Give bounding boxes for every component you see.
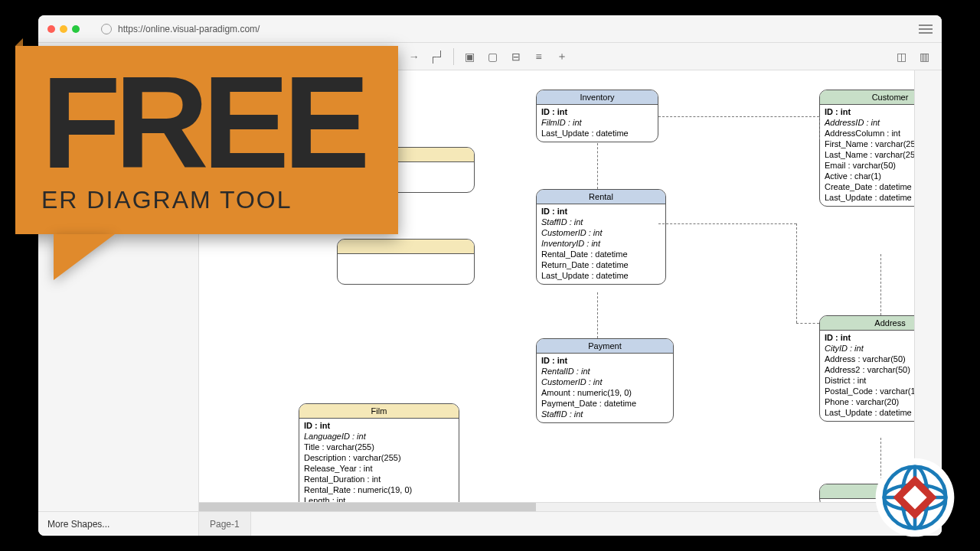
copy-icon[interactable]: ⧉ [247,47,266,67]
entity-column[interactable]: ID : int [541,355,668,366]
entity-column[interactable]: Postal_Code : varchar(10) [825,386,914,396]
entity-column[interactable]: Last_Update : datetime [541,128,653,139]
entity-column[interactable]: Last_Update : datetime [825,192,914,203]
distribute-icon[interactable]: ≡ [529,47,549,67]
canvas[interactable]: Inventory ID : intFilmID : intLast_Updat… [199,70,914,511]
more-shapes-button[interactable]: More Shapes... [38,512,199,536]
entity-customer[interactable]: Customer ID : intAddressID : intAddressC… [819,90,914,207]
zoom-dropdown-icon[interactable]: ▾ [191,47,211,67]
connector[interactable] [658,116,819,117]
entity-column[interactable]: Rental_Rate : numeric(19, 0) [304,484,454,495]
save-icon[interactable] [46,47,66,67]
entity-column[interactable]: AddressColumn : int [825,128,914,139]
align-icon[interactable]: ⊟ [506,47,526,67]
connector[interactable] [819,116,820,139]
connector[interactable] [880,254,881,315]
entity-column[interactable]: Address : varchar(50) [825,354,914,364]
entity-film[interactable]: Film ID : intLanguageID : intTitle : var… [299,403,459,510]
entity-column[interactable]: ID : int [541,206,661,217]
fill-color-icon[interactable]: ◆ [325,47,345,67]
address-bar[interactable]: https://online.visual-paradigm.com/ [101,24,913,34]
connector-icon[interactable]: → [404,47,424,67]
app-window: https://online.visual-paradigm.com/ ↶ ↷ … [38,15,942,536]
maximize-icon[interactable] [72,25,80,33]
close-icon[interactable] [47,25,55,33]
entity-icon [47,135,60,145]
entity-column[interactable]: Title : varchar(255) [304,442,454,452]
connector[interactable] [597,292,598,338]
entity-column[interactable]: StaffID : int [541,217,661,227]
undo-icon[interactable]: ↶ [79,47,99,67]
sidebar-category[interactable]: En [38,99,198,117]
outline-icon[interactable]: ◫ [891,47,911,67]
format-panel-icon[interactable]: ▥ [914,47,934,67]
entity-column[interactable]: AddressID : int [825,117,914,128]
site-info-icon[interactable] [101,24,112,34]
entity-column[interactable]: InventoryID : int [541,238,661,249]
entity-column[interactable]: StaffID : int [541,409,668,419]
shape-entity-green[interactable] [38,132,198,148]
connector[interactable] [658,223,796,224]
entity-column[interactable]: ID : int [541,106,653,117]
entity-column[interactable]: District : int [825,375,914,386]
url-text: https://online.visual-paradigm.com/ [118,24,260,34]
shadow-icon[interactable]: ▭ [371,47,391,67]
entity-column[interactable]: Release_Year : int [304,463,454,474]
entity-column[interactable]: Phone : varchar(20) [825,396,914,407]
waypoint-icon[interactable]: ┌┘ [427,47,447,67]
zoom-out-icon[interactable] [135,47,155,67]
entity-payment[interactable]: Payment ID : intRentalID : intCustomerID… [536,338,674,423]
to-front-icon[interactable]: ▣ [460,47,480,67]
entity-column[interactable]: RentalID : int [541,366,668,377]
entity-column[interactable]: CustomerID : int [541,377,668,387]
paste-icon[interactable]: 📋 [270,47,289,67]
entity-hidden[interactable] [337,147,475,193]
minimize-icon[interactable] [60,25,67,33]
to-back-icon[interactable]: ▢ [483,47,503,67]
browser-bar: https://online.visual-paradigm.com/ [38,15,942,43]
entity-inventory[interactable]: Inventory ID : intFilmID : intLast_Updat… [536,90,658,142]
add-icon[interactable]: ＋ [552,47,572,67]
page-tab[interactable]: Page-1 [199,512,251,536]
entity-column[interactable]: Active : char(1) [825,171,914,181]
hamburger-menu-icon[interactable] [919,24,933,34]
entity-column[interactable]: Create_Date : datetime [825,181,914,192]
entity-hidden[interactable] [337,239,475,285]
horizontal-scrollbar[interactable] [199,502,914,511]
entity-column[interactable]: Payment_Date : datetime [541,398,668,409]
zoom-level[interactable]: 100% [158,51,188,62]
window-controls[interactable] [47,25,80,33]
brand-logo-icon [873,455,957,540]
entity-column[interactable]: Rental_Date : datetime [541,249,661,259]
connector[interactable] [796,323,819,324]
entity-column[interactable]: Address2 : varchar(50) [825,364,914,375]
redo-icon[interactable]: ↷ [102,47,122,67]
entity-column[interactable]: ID : int [825,332,914,343]
entity-column[interactable]: Last_Update : datetime [541,270,661,281]
entity-column[interactable]: ID : int [825,106,914,117]
connector[interactable] [796,223,797,323]
zoom-in-icon[interactable] [214,47,234,67]
search-input[interactable]: Se [44,77,192,93]
entity-column[interactable]: ID : int [304,420,454,431]
entity-column[interactable]: Last_Name : varchar(255) [825,149,914,160]
connector[interactable] [597,143,598,189]
entity-address[interactable]: Address ID : intCityID : intAddress : va… [819,315,914,422]
entity-column[interactable]: LanguageID : int [304,431,454,442]
entity-rental[interactable]: Rental ID : intStaffID : intCustomerID :… [536,189,666,285]
line-color-icon[interactable]: ✎ [348,47,368,67]
entity-column[interactable]: FilmID : int [541,117,653,128]
delete-icon[interactable]: 🗑 [292,47,312,67]
entity-column[interactable]: Return_Date : datetime [541,259,661,270]
shape-entity-yellow[interactable] [38,117,198,132]
entity-column[interactable]: Amount : numeric(19, 0) [541,387,668,398]
entity-title: Rental [537,190,665,204]
entity-column[interactable]: First_Name : varchar(255) [825,139,914,149]
entity-column[interactable]: Last_Update : datetime [825,407,914,418]
entity-column[interactable]: CustomerID : int [541,227,661,238]
entity-column[interactable]: CityID : int [825,343,914,354]
entity-column[interactable]: Email : varchar(50) [825,160,914,171]
scroll-thumb[interactable] [199,503,536,511]
entity-column[interactable]: Rental_Duration : int [304,474,454,484]
entity-column[interactable]: Description : varchar(255) [304,452,454,463]
